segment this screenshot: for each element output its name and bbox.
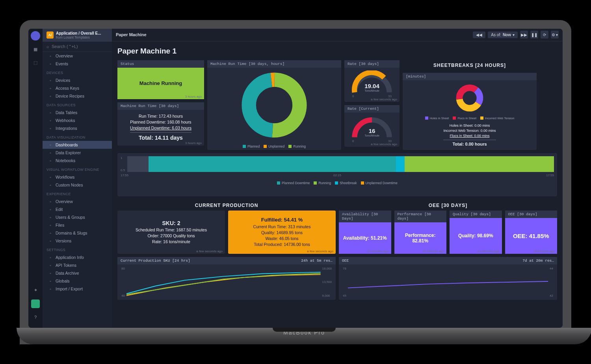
legend-swatch: [264, 145, 267, 148]
token-icon: ▫: [48, 263, 53, 268]
sidebar-item-api-tokens[interactable]: ▫API Tokens: [43, 261, 112, 269]
key-icon: ▫: [48, 86, 53, 91]
sidebar-item-domains-slugs[interactable]: ▫Domains & Slugs: [43, 229, 112, 237]
sidebar-item-overview[interactable]: ▫Overview: [43, 52, 112, 60]
archive-icon: ▫: [48, 271, 53, 275]
sidebar-item-label: Versions: [56, 238, 71, 243]
logo-icon[interactable]: [31, 31, 40, 41]
sidebar-item-edit[interactable]: ▫Edit: [43, 205, 112, 213]
status-panel: Status Machine Running 3 hours ago: [117, 60, 204, 99]
sidebar-item-label: API Tokens: [56, 263, 76, 268]
oee-value: Quality: 98.69%: [450, 218, 502, 254]
rate-30d-panel: Rate [30 days] 19.04Tons/Minute 033 a fe…: [344, 60, 400, 102]
runtime-donut-panel: Machine Run Time [30 days, hours] Planne…: [207, 60, 341, 150]
runtime-donut-chart: [237, 72, 312, 139]
sidebar-group-header: EXPERIENCE: [43, 189, 112, 198]
sidebar-item-access-keys[interactable]: ▫Access Keys: [43, 84, 112, 92]
sidebar-item-label: Device Recipes: [56, 94, 84, 98]
sidebar-item-users-groups[interactable]: ▫Users & Groups: [43, 213, 112, 221]
oee-value: Performance: 82.81%: [394, 222, 447, 254]
sidebar-item-label: Workflows: [56, 175, 74, 179]
sidebar-item-label: Overview: [56, 54, 73, 58]
rail-app-icon[interactable]: ▦: [31, 45, 40, 54]
oee-tile: Availability [30 Days]Availability: 51.2…: [339, 211, 391, 254]
alert-icon: ▫: [48, 61, 53, 66]
rail-flow-icon[interactable]: ✶: [31, 286, 40, 295]
table-icon: ▫: [48, 110, 53, 115]
sidebar-item-overview[interactable]: ▫Overview: [43, 198, 112, 205]
status-ts: 3 hours ago: [185, 95, 202, 98]
settings-button[interactable]: ⚙ ▾: [551, 31, 559, 39]
sidebar-item-dashboards[interactable]: ▫Dashboards: [43, 141, 112, 149]
sidebar-item-data-explorer[interactable]: ▫Data Explorer: [43, 149, 112, 157]
sidebar-item-globals[interactable]: ▫Globals: [43, 277, 112, 285]
sidebar-item-workflows[interactable]: ▫Workflows: [43, 173, 112, 181]
sidebar-item-label: Domains & Slugs: [56, 231, 87, 235]
sidebar-item-label: Notebooks: [56, 158, 75, 163]
rate-current-panel: Rate [Current] 16Tons/Minute 033 a few s…: [344, 105, 400, 147]
sidebar-item-import-export[interactable]: ▫Import / Export: [43, 285, 112, 293]
sidebar-item-notebooks[interactable]: ▫Notebooks: [43, 157, 112, 164]
eye-icon: ▫: [48, 199, 53, 204]
asof-selector[interactable]: As of: Now ▾: [488, 31, 518, 38]
legend-item: Unplanned Downtime: [361, 181, 398, 185]
sidebar-item-custom-nodes[interactable]: ▫Custom Nodes: [43, 181, 112, 189]
help-icon[interactable]: ?: [31, 313, 40, 322]
sidebar-group-header: SETTINGS: [43, 245, 112, 253]
pause-button[interactable]: ❚❚: [530, 31, 538, 39]
refresh-button[interactable]: ⟳: [541, 31, 548, 39]
sidebar-item-label: Import / Export: [56, 286, 83, 291]
sidebar-group-header: DEVICES: [43, 68, 112, 76]
sidebar-item-label: Data Explorer: [56, 150, 81, 155]
search-icon: ⌕: [46, 44, 49, 49]
compass-icon: ▫: [48, 150, 53, 155]
sidebar-item-files[interactable]: ▫Files: [43, 221, 112, 229]
legend-swatch: [335, 181, 338, 185]
sidebar-item-devices[interactable]: ▫Devices: [43, 76, 112, 84]
runtime-30d-panel: Machine Run Time [30 days] Run Time: 172…: [117, 102, 204, 146]
pencil-icon: ▫: [48, 207, 53, 212]
users-icon: ▫: [48, 215, 53, 220]
oee-sparkline: [348, 267, 548, 297]
nav-rail: ▦ ⬚ ✶ ?: [28, 29, 43, 328]
time-back-button[interactable]: ◀◀: [473, 31, 485, 38]
sidebar-item-device-recipes[interactable]: ▫Device Recipes: [43, 92, 112, 100]
sidebar-item-application-info[interactable]: ▫Application Info: [43, 253, 112, 261]
fulfilled-tile: Fulfilled: 54.41 % Current Run Time: 313…: [228, 211, 336, 254]
sidebar-item-data-archive[interactable]: ▫Data Archive: [43, 269, 112, 277]
timeline-bar: [127, 156, 554, 172]
sidebar-item-label: Integrations: [56, 126, 77, 131]
globe2-icon: ▫: [48, 279, 53, 283]
legend-item: Planned Downtime: [277, 181, 310, 185]
sidebar-item-label: Edit: [56, 207, 63, 212]
sidebar-item-data-tables[interactable]: ▫Data Tables: [43, 109, 112, 116]
search-input[interactable]: ⌕ Search (⌃+L): [43, 42, 112, 52]
legend-item: Unplanned: [264, 144, 284, 148]
sidebar-item-events[interactable]: ▫Events: [43, 60, 112, 68]
legend-swatch: [243, 145, 246, 148]
production-chart-panel: Current Production SKU [24 hrs] 24h at 5…: [117, 257, 336, 300]
legend-item: Incorrect Web Tension: [480, 116, 514, 120]
legend-swatch: [314, 181, 317, 185]
search-placeholder: Search (⌃+L): [52, 44, 78, 49]
sidebar-item-label: Data Archive: [56, 271, 79, 275]
plug-icon: ▫: [48, 126, 53, 131]
avatar[interactable]: [31, 299, 40, 308]
app-switcher[interactable]: A/ Application / Overall E... from Losan…: [43, 29, 112, 42]
sidebar-item-versions[interactable]: ▫Versions: [43, 237, 112, 245]
info-icon: ▫: [48, 255, 53, 260]
time-fwd-button[interactable]: ▶▶: [520, 31, 528, 39]
sidebar-item-webhooks[interactable]: ▫Webhooks: [43, 116, 112, 124]
target-icon: ▫: [48, 54, 53, 58]
sidebar-item-label: Dashboards: [56, 142, 78, 147]
sidebar-item-label: Application Info: [56, 255, 84, 260]
sheetbreaks-donut: [450, 83, 489, 113]
oee-value: Availability: 51.21%: [339, 222, 391, 254]
sidebar-item-label: Events: [56, 61, 68, 66]
sidebar-item-label: Users & Groups: [56, 215, 85, 220]
legend-item: Planned: [243, 144, 260, 148]
sidebar-item-integrations[interactable]: ▫Integrations: [43, 124, 112, 132]
legend-swatch: [425, 116, 428, 120]
legend-item: Running: [288, 144, 306, 148]
rail-cube-icon[interactable]: ⬚: [31, 59, 40, 67]
